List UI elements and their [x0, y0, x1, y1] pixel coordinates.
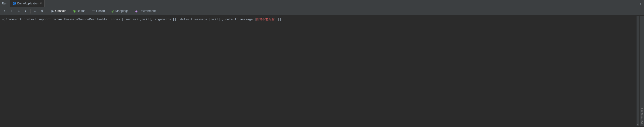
error-text: 邮箱不能为空！: [256, 18, 278, 21]
tabs-bar: ▶ Console ◉ Beans ♡ Health ◎ Mappings ◈ …: [48, 7, 159, 15]
toolbar-separator: [30, 9, 30, 13]
more-options-btn[interactable]: ⋮: [638, 1, 642, 6]
scroll-to-end-btn[interactable]: ⇊: [16, 8, 22, 14]
tab-mappings-label: Mappings: [115, 9, 128, 12]
console-text: ngframework.context.support.DefaultMessa…: [2, 18, 256, 21]
print-icon: 🖨: [34, 9, 37, 13]
scroll-to-bottom-btn[interactable]: ↡: [22, 8, 29, 14]
console-content: ngframework.context.support.DefaultMessa…: [0, 16, 636, 126]
scroll-end-icon: ⇊: [18, 9, 20, 13]
scrollbar-down-btn[interactable]: ▼: [636, 123, 639, 126]
console-line: ngframework.context.support.DefaultMessa…: [2, 17, 635, 22]
console-scrollbar: ▲ ▼: [636, 16, 639, 126]
tab-health-label: Health: [96, 9, 105, 12]
delete-icon: 🗑: [40, 9, 44, 13]
tab-close-btn[interactable]: ✕: [40, 2, 42, 5]
scroll-bottom-icon: ↡: [25, 9, 26, 13]
beans-icon: ◉: [73, 9, 76, 13]
app-tab-icon: 🌀: [12, 2, 16, 5]
scroll-up-btn[interactable]: ↑: [2, 8, 8, 14]
tab-beans-label: Beans: [77, 9, 86, 12]
delete-btn[interactable]: 🗑: [39, 8, 46, 14]
toolbar: ↑ ↓ ⇊ ↡ 🖨 🗑 ▶ Console ◉ Beans ♡ Health ◎…: [0, 7, 644, 15]
tab-beans[interactable]: ◉ Beans: [70, 7, 89, 15]
run-label: Run: [2, 2, 7, 5]
title-bar-right: ⋮: [638, 1, 642, 6]
console-icon: ▶: [52, 9, 54, 13]
scroll-down-btn[interactable]: ↓: [8, 8, 15, 14]
tab-health[interactable]: ♡ Health: [89, 7, 108, 15]
title-bar: Run 🌀 DemoApplication ✕ ⋮: [0, 0, 644, 7]
health-icon: ♡: [92, 9, 95, 13]
tab-environment[interactable]: ◈ Environment: [132, 7, 159, 15]
console-suffix: ]] ]: [278, 18, 285, 21]
tab-console-label: Console: [55, 9, 66, 12]
console-area: ngframework.context.support.DefaultMessa…: [0, 15, 644, 127]
scrollbar-up-btn[interactable]: ▲: [636, 16, 639, 19]
tab-environment-label: Environment: [139, 9, 156, 12]
print-btn[interactable]: 🖨: [32, 8, 38, 14]
application-tab[interactable]: 🌀 DemoApplication ✕: [10, 0, 44, 7]
arrow-up-icon: ↑: [4, 9, 6, 13]
mappings-icon: ◎: [111, 9, 114, 13]
app-tab-label: DemoApplication: [17, 2, 38, 5]
arrow-down-icon: ↓: [11, 9, 12, 13]
tab-console[interactable]: ▶ Console: [48, 7, 70, 15]
environment-icon: ◈: [135, 9, 138, 13]
right-panel: Performance: [639, 16, 644, 126]
performance-label: Performance: [640, 108, 643, 124]
tab-mappings[interactable]: ◎ Mappings: [108, 7, 132, 15]
